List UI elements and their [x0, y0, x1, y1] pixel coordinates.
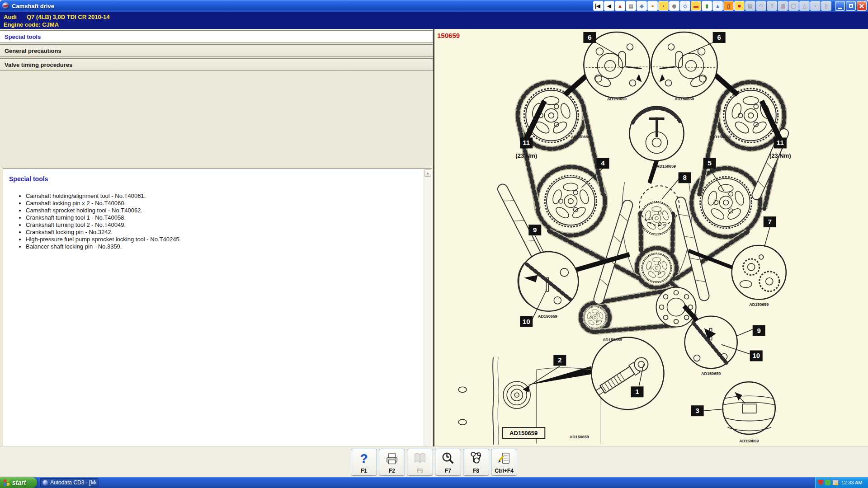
taskbar-task-autodata[interactable]: Autodata CD3 - [Mod... [40, 478, 99, 487]
tyre-icon: ◯ [788, 1, 799, 11]
vehicle-brand: Audi [4, 14, 17, 20]
tool-item: Camshaft holding/alignment tool - No.T40… [26, 192, 432, 200]
section-special-tools[interactable]: Special tools [0, 30, 433, 43]
close-icon: ✕ [859, 3, 865, 9]
fn-key-label: F7 [445, 468, 451, 474]
torque-label: (23 Nm) [515, 152, 537, 159]
engine-code: Engine code: CJMA [4, 21, 868, 28]
scroll-up-icon[interactable]: ▲ [424, 169, 431, 177]
minimize-button[interactable] [835, 1, 845, 11]
image-code-caption: AD150659 [739, 439, 759, 443]
fn-button-f7[interactable]: F7 [435, 449, 461, 476]
security-shield-icon[interactable] [818, 480, 823, 486]
callout-6: 6 [713, 32, 726, 43]
car-data-icon[interactable]: ■ [734, 1, 745, 11]
image-code-caption: AD150659 [570, 435, 589, 439]
titlebar: Camshaft drive ◀◀▲▤◆●◗◉◇▬▮▲▯■▤◠?▥◯△◖▯ ✕ [0, 0, 868, 12]
tray-app-icon[interactable] [825, 480, 830, 485]
svg-text:?: ? [360, 451, 368, 465]
fn-button-ctrl-f4[interactable]: Ctrl+F4 [491, 449, 517, 476]
battery-icon: ▥ [778, 1, 788, 11]
warning-icon[interactable]: ▲ [615, 1, 625, 11]
callout-2: 2 [553, 355, 566, 366]
svg-text:9: 9 [757, 327, 761, 334]
callout-10: 10 [750, 350, 763, 361]
hazard-icon: △ [799, 1, 810, 11]
image-code-caption: AD150659 [607, 97, 627, 101]
restore-button[interactable] [846, 1, 856, 11]
tools-icon[interactable]: ◆ [637, 1, 647, 11]
content-heading: Special tools [9, 175, 432, 183]
task-label: Autodata CD3 - [Mod... [50, 479, 96, 486]
svg-text:11: 11 [523, 139, 530, 146]
clock: 12:33 AM [841, 480, 862, 485]
svg-text:5: 5 [708, 159, 711, 167]
tool-item: Balancer shaft locking pin - No.3359. [26, 243, 432, 250]
content-scrollbar[interactable]: ▲ ▼ [424, 169, 431, 474]
function-key-bar: ?F1F2F5F7F8Ctrl+F4 [0, 446, 868, 477]
fn-button-f1[interactable]: ?F1 [351, 449, 377, 476]
svg-text:10: 10 [752, 352, 760, 359]
callout-9: 9 [753, 325, 765, 336]
restore-icon [849, 4, 853, 8]
wheel-icon[interactable]: ◉ [669, 1, 679, 11]
fn-button-f8[interactable]: F8 [463, 449, 489, 476]
section-valve-timing-procedures[interactable]: Valve timing procedures [0, 58, 433, 71]
svg-text:1: 1 [635, 388, 639, 395]
camshaft-drive-diagram: 150659 [434, 29, 868, 446]
section-list: Special toolsGeneral precautionsValve ti… [0, 30, 433, 72]
svg-text:11: 11 [777, 139, 784, 146]
section-general-precautions[interactable]: General precautions [0, 44, 433, 57]
vm-warning-icon[interactable] [832, 480, 839, 485]
left-pane: Special toolsGeneral precautionsValve ti… [0, 29, 433, 446]
app-logo-icon [2, 2, 9, 9]
svg-text:6: 6 [588, 33, 591, 41]
fn-button-f2[interactable]: F2 [379, 449, 405, 476]
callout-11: 11 [520, 137, 533, 148]
callout-11: 11 [774, 137, 787, 148]
special-tools-list: Camshaft holding/alignment tool - No.T40… [26, 192, 432, 250]
svg-text:2: 2 [558, 356, 561, 364]
jack-icon[interactable]: ▲ [712, 1, 723, 11]
image-code-caption: AD150659 [538, 314, 557, 319]
tool-item: Crankshaft turning tool 2 - No.T40049. [26, 221, 432, 229]
car-rear-icon: ◖ [810, 1, 821, 11]
window-layout-icon[interactable]: ▤ [626, 1, 636, 11]
close-button[interactable]: ✕ [857, 1, 867, 11]
callout-10: 10 [520, 316, 533, 327]
notes-icon [497, 451, 511, 465]
gauge-icon: ◠ [756, 1, 766, 11]
door-icon[interactable]: ▮ [702, 1, 712, 11]
diagram-pane: 150659 [434, 29, 868, 446]
tool-item: Crankshaft locking pin - No.3242. [26, 229, 432, 236]
start-label: start [12, 479, 26, 486]
tool-item: Camshaft sprocket holding tool - No.T400… [26, 207, 432, 214]
device-icon[interactable]: ▯ [723, 1, 734, 11]
tool-item: Camshaft locking pin x 2 - No.T40060. [26, 200, 432, 207]
road-test-icon[interactable]: ▬ [691, 1, 701, 11]
vehicle-model-line: AudiQ7 (4LB) 3,0D TDI CR 2010-14 [4, 13, 868, 21]
svg-text:8: 8 [683, 174, 686, 181]
help-icon: ? [357, 451, 371, 465]
nav-back-icon[interactable]: ◀ [604, 1, 614, 11]
print-icon [385, 451, 399, 465]
diagnostic-icon: ? [767, 1, 777, 11]
windows-flag-icon [4, 479, 10, 486]
image-code-caption: AD150659 [701, 371, 721, 376]
vehicle-header: AudiQ7 (4LB) 3,0D TDI CR 2010-14 Engine … [0, 12, 868, 29]
callout-6: 6 [583, 32, 596, 43]
svg-text:4: 4 [601, 159, 605, 167]
image-code-caption: AD150659 [711, 135, 731, 139]
image-code-caption: AD150659 [675, 97, 694, 101]
nav-first-icon[interactable]: ◀ [593, 1, 604, 11]
start-button[interactable]: start [0, 477, 37, 488]
globe-icon[interactable]: ● [647, 1, 658, 11]
image-code-label: AD150659 [509, 430, 538, 436]
fn-key-label: F5 [417, 468, 423, 474]
parts-icon[interactable]: ◇ [680, 1, 690, 11]
vehicle-model: Q7 (4LB) 3,0D TDI CR 2010-14 [27, 14, 110, 20]
drive-belts-icon [469, 451, 483, 465]
key-programming-icon[interactable]: ◗ [658, 1, 669, 11]
callout-3: 3 [691, 405, 704, 416]
fn-key-label: F2 [389, 468, 395, 474]
